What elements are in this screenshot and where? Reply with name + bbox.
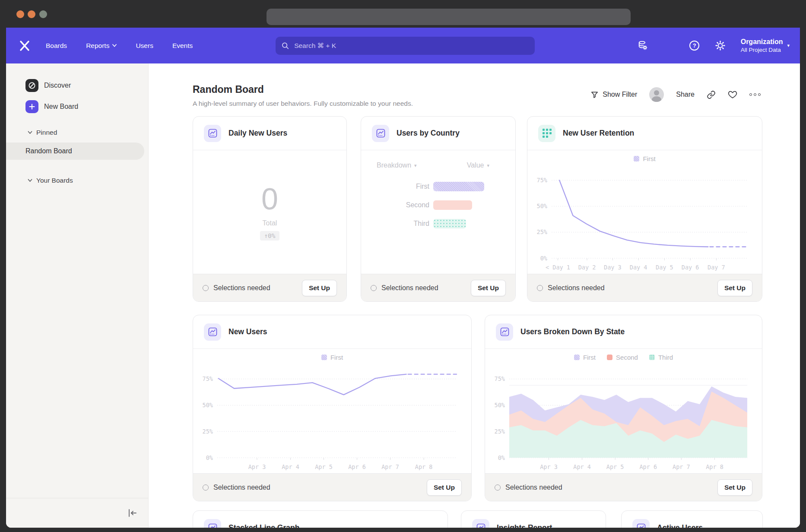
- more-options-icon[interactable]: [749, 93, 761, 96]
- card-body: First 75%50%25%0%Apr 3Apr 4Apr 5Apr 6Apr…: [193, 349, 471, 473]
- breakdown-label: Breakdown: [377, 162, 411, 169]
- set-up-button[interactable]: Set Up: [471, 280, 506, 296]
- global-search[interactable]: [276, 37, 535, 55]
- data-management-icon[interactable]: [637, 40, 648, 51]
- card-header: Daily New Users: [193, 117, 346, 150]
- svg-text:Day 4: Day 4: [630, 264, 647, 271]
- set-up-button[interactable]: Set Up: [717, 479, 752, 496]
- line-chart-icon: [204, 519, 221, 528]
- selections-needed-status: Selections needed: [203, 284, 270, 292]
- sidebar-item-label: Random Board: [25, 147, 72, 155]
- chevron-down-icon: ▾: [787, 43, 790, 48]
- sidebar-item-random-board[interactable]: Random Board: [6, 142, 144, 160]
- share-label: Share: [676, 91, 695, 98]
- card-new-user-retention: New User Retention First 75%50%25%0%< Da…: [527, 116, 762, 302]
- retention-grid-icon: [538, 125, 555, 142]
- copy-link-icon[interactable]: [707, 90, 716, 99]
- set-up-button[interactable]: Set Up: [717, 280, 752, 296]
- status-label: Selections needed: [213, 484, 270, 491]
- address-bar[interactable]: [267, 9, 631, 25]
- retention-chart: 75%50%25%0%< Day 1Day 2Day 3Day 4Day 5Da…: [529, 162, 760, 273]
- card-title: Users Broken Down By State: [520, 327, 625, 336]
- bar-row: First: [361, 182, 515, 191]
- line-chart-icon: [472, 519, 489, 528]
- compass-icon: [25, 79, 38, 92]
- legend-swatch-first: [321, 355, 327, 360]
- breakdown-dropdown[interactable]: Breakdown ▾: [377, 162, 417, 169]
- legend-label: First: [330, 354, 343, 361]
- search-input[interactable]: [293, 41, 529, 50]
- svg-text:25%: 25%: [537, 228, 547, 235]
- settings-gear-icon[interactable]: [715, 40, 726, 51]
- legend-label: First: [643, 155, 655, 162]
- sidebar-item-new-board[interactable]: New Board: [25, 100, 78, 113]
- set-up-button[interactable]: Set Up: [302, 280, 337, 296]
- status-ring-icon: [537, 285, 543, 291]
- nav-item-reports[interactable]: Reports: [86, 42, 117, 50]
- mixpanel-logo-icon[interactable]: [17, 38, 32, 53]
- svg-text:75%: 75%: [495, 375, 505, 382]
- page-title: Random Board: [193, 82, 413, 96]
- status-ring-icon: [495, 484, 501, 491]
- nav-menu: Boards Reports Users Events: [46, 42, 193, 50]
- svg-text:Apr 5: Apr 5: [315, 463, 333, 470]
- screen: Boards Reports Users Events: [0, 0, 806, 532]
- nav-item-label: Boards: [46, 42, 67, 50]
- legend-label: First: [583, 354, 596, 361]
- set-up-button[interactable]: Set Up: [427, 479, 462, 496]
- line-chart-icon: [204, 125, 221, 142]
- metric-delta-badge: ↑0%: [260, 231, 279, 241]
- selections-needed-status: Selections needed: [371, 284, 438, 292]
- nav-item-users[interactable]: Users: [136, 42, 153, 50]
- avatar[interactable]: [649, 87, 664, 102]
- card-footer: Selections needed Set Up: [361, 274, 515, 301]
- show-filter-button[interactable]: Show Filter: [590, 91, 637, 99]
- window-minimize-button[interactable]: [28, 10, 35, 18]
- org-switcher[interactable]: Organization All Project Data ▾: [741, 38, 790, 54]
- svg-text:Apr 5: Apr 5: [606, 463, 624, 470]
- window-close-button[interactable]: [16, 10, 24, 18]
- favorite-heart-icon[interactable]: [728, 90, 737, 99]
- svg-text:25%: 25%: [495, 428, 505, 435]
- svg-text:Apr 6: Apr 6: [348, 463, 366, 470]
- card-daily-new-users: Daily New Users 0 Total ↑0% Selections n…: [193, 116, 347, 302]
- card-footer: Selections needed Set Up: [193, 274, 346, 301]
- card-footer: Selections needed Set Up: [527, 274, 762, 301]
- org-name: Organization: [741, 38, 783, 46]
- card-header: Active Users: [622, 511, 762, 528]
- svg-text:25%: 25%: [203, 428, 213, 435]
- svg-text:< Day 1: < Day 1: [546, 264, 570, 271]
- nav-item-events[interactable]: Events: [172, 42, 193, 50]
- svg-text:Day 3: Day 3: [604, 264, 622, 271]
- sidebar-section-your-boards[interactable]: Your Boards: [28, 177, 73, 184]
- chevron-down-icon: [112, 44, 117, 47]
- sidebar-footer: [6, 498, 148, 528]
- card-users-by-state: Users Broken Down By State First Second …: [485, 315, 762, 501]
- share-button[interactable]: Share: [676, 91, 695, 98]
- bar-second: [433, 200, 472, 210]
- board-actions: Show Filter Share: [590, 86, 761, 103]
- sidebar-section-pinned[interactable]: Pinned: [28, 129, 57, 136]
- apps-grid-icon[interactable]: [663, 40, 674, 51]
- legend-swatch-first: [634, 156, 639, 162]
- line-chart-icon: [204, 323, 221, 341]
- help-icon[interactable]: ?: [689, 40, 700, 51]
- svg-text:Day 2: Day 2: [578, 264, 596, 271]
- search-icon: [282, 42, 289, 50]
- nav-item-boards[interactable]: Boards: [46, 42, 67, 50]
- selections-needed-status: Selections needed: [495, 484, 562, 491]
- value-dropdown[interactable]: Value ▾: [467, 162, 489, 169]
- svg-text:Day 5: Day 5: [656, 264, 673, 271]
- svg-text:Apr 3: Apr 3: [540, 463, 558, 470]
- window-zoom-button[interactable]: [39, 10, 47, 18]
- collapse-sidebar-icon[interactable]: [127, 508, 138, 520]
- nav-item-label: Reports: [86, 42, 109, 50]
- main-content: Random Board A high-level summary of use…: [149, 63, 800, 528]
- bar-third: [433, 219, 466, 228]
- card-active-users: Active Users: [621, 510, 763, 528]
- card-title: Users by Country: [397, 129, 460, 138]
- nav-item-label: Users: [136, 42, 153, 50]
- sidebar-item-discover[interactable]: Discover: [25, 79, 71, 92]
- card-title: Stacked Line Graph: [228, 523, 299, 528]
- card-body: First Second Third 75%50%25%0%Apr 3Apr 4…: [485, 349, 762, 473]
